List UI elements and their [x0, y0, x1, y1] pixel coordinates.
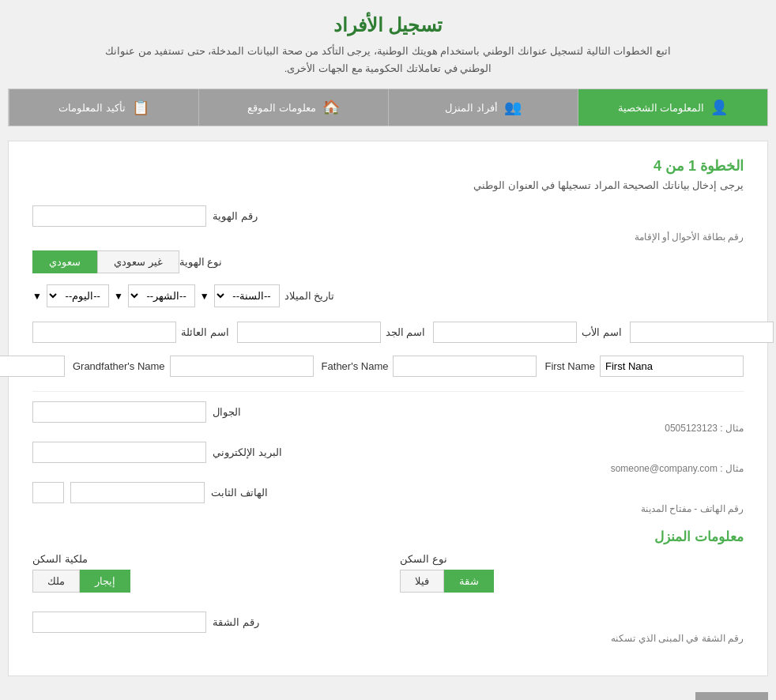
form-area: الخطوة 1 من 4 يرجى إدخال بياناتك الصحيحة… — [8, 141, 768, 676]
landline-row: الهاتف الثابت — [32, 482, 744, 503]
id-number-input[interactable] — [32, 205, 206, 227]
eng-grandfather-name-group: Grandfather's Name — [73, 356, 314, 377]
ownership-buttons: ملك إيجار — [32, 570, 130, 593]
eng-first-name-label: First Name — [544, 360, 595, 372]
grandfather-name-label: اسم الجد — [386, 326, 426, 338]
ownership-label: ملكية السكن — [32, 553, 88, 565]
landline-code-input[interactable] — [32, 482, 64, 503]
dob-day-select[interactable]: --اليوم-- — [47, 284, 109, 307]
eng-first-name-group: First Name — [544, 356, 744, 377]
home-section-title: معلومات المنزل — [32, 529, 744, 545]
landline-main-input[interactable] — [70, 482, 205, 503]
eng-father-name-input[interactable] — [393, 356, 537, 377]
email-label: البريد الإلكتروني — [213, 446, 282, 458]
family-name-input[interactable] — [32, 322, 176, 343]
eng-family-name-group: Family Name — [0, 356, 65, 377]
step-location[interactable]: 🏠 معلومات الموقع — [198, 89, 388, 126]
eng-family-name-input[interactable] — [0, 356, 65, 377]
eng-grandfather-name-input[interactable] — [170, 356, 314, 377]
english-name-row: First Name Father's Name Grandfather's N… — [32, 356, 744, 377]
first-name-arabic-group: الاسم الأول — [630, 322, 776, 343]
ownership-rent-button[interactable]: ملك — [32, 570, 80, 593]
divider-1 — [32, 391, 744, 392]
email-hint: مثال : someone@company.com — [32, 463, 744, 474]
family-name-label: اسم العائلة — [181, 326, 229, 338]
step-description: يرجى إدخال بياناتك الصحيحة المراد تسجيله… — [32, 179, 744, 191]
steps-nav: 📋 تأكيد المعلومات 🏠 معلومات الموقع 👥 أفر… — [8, 88, 768, 126]
eng-grandfather-name-label: Grandfather's Name — [73, 360, 165, 372]
personal-icon: 👤 — [710, 99, 728, 116]
grandfather-name-input[interactable] — [237, 322, 381, 343]
eng-father-name-label: Father's Name — [322, 360, 389, 372]
email-input[interactable] — [32, 442, 206, 463]
id-card-hint: رقم بطاقة الأحوال أو الإقامة — [32, 231, 744, 243]
next-button-row: ◄ التالي — [8, 692, 768, 700]
eng-father-name-group: Father's Name — [322, 356, 537, 377]
id-type-row: نوع الهوية غير سعودي سعودي — [32, 250, 744, 273]
id-number-label: رقم الهوية — [213, 210, 258, 222]
mobile-input[interactable] — [32, 401, 206, 423]
family-name-group: اسم العائلة — [32, 322, 229, 343]
arabic-name-row: اسم العائلة اسم الجد اسم الأب الاسم الأو… — [32, 322, 744, 343]
type-label: نوع السكن — [400, 553, 447, 565]
household-icon: 👥 — [504, 99, 522, 116]
next-button[interactable]: ◄ التالي — [695, 692, 768, 700]
dob-month-select[interactable]: --الشهر-- — [128, 284, 195, 307]
apartment-number-input[interactable] — [32, 612, 206, 633]
father-name-label: اسم الأب — [582, 326, 622, 338]
step-personal[interactable]: 👤 المعلومات الشخصية — [578, 89, 767, 126]
mobile-row: الجوال — [32, 401, 744, 423]
page-title: تسجيل الأفراد — [0, 0, 776, 43]
father-name-input[interactable] — [433, 322, 577, 343]
page-subtitle: اتبع الخطوات التالية لتسجيل عنوانك الوطن… — [0, 43, 776, 77]
id-type-nonsaudi-button[interactable]: غير سعودي — [97, 250, 179, 273]
father-name-group: اسم الأب — [433, 322, 622, 343]
apartment-number-hint: رقم الشقة في المبنى الذي تسكنه — [32, 633, 744, 644]
step-header: الخطوة 1 من 4 — [32, 157, 744, 175]
landline-hint: رقم الهاتف - مفتاح المدينة — [32, 503, 744, 514]
eng-first-name-input[interactable] — [600, 356, 744, 377]
mobile-hint: مثال : 0505123123 — [32, 423, 744, 434]
location-icon: 🏠 — [322, 99, 340, 116]
mobile-label: الجوال — [213, 406, 241, 418]
step-confirm[interactable]: 📋 تأكيد المعلومات — [9, 89, 198, 126]
grandfather-name-group: اسم الجد — [237, 322, 426, 343]
type-buttons: فيلا شقة — [400, 570, 494, 593]
first-name-arabic-input[interactable] — [630, 322, 774, 343]
apartment-number-label: رقم الشقة — [213, 616, 259, 628]
apartment-number-row: رقم الشقة — [32, 612, 744, 633]
step-household[interactable]: 👥 أفراد المنزل — [388, 89, 578, 126]
type-villa-button[interactable]: فيلا — [400, 570, 444, 593]
housing-row: ملكية السكن ملك إيجار نوع السكن فيلا شقة — [32, 553, 744, 604]
dob-label: تاريخ الميلاد — [284, 290, 335, 302]
dob-year-select[interactable]: --السنة-- — [214, 284, 280, 307]
id-type-saudi-button[interactable]: سعودي — [32, 250, 97, 273]
ownership-own-button[interactable]: إيجار — [80, 570, 130, 593]
id-type-label: نوع الهوية — [179, 256, 223, 268]
id-number-row: رقم الهوية — [32, 205, 744, 227]
email-row: البريد الإلكتروني — [32, 442, 744, 463]
type-group: نوع السكن فيلا شقة — [400, 553, 744, 604]
landline-label: الهاتف الثابت — [211, 487, 268, 499]
dob-row: تاريخ الميلاد --السنة-- ▼ --الشهر-- ▼ --… — [32, 284, 744, 307]
ownership-group: ملكية السكن ملك إيجار — [32, 553, 376, 604]
type-apartment-button[interactable]: شقة — [444, 570, 494, 593]
confirm-icon: 📋 — [132, 99, 149, 116]
